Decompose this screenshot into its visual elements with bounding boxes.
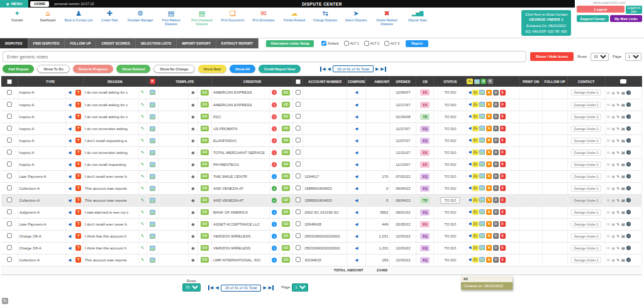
image-icon[interactable] bbox=[479, 90, 485, 95]
toolbar-item[interactable]: ▤Print Displayed Disputes bbox=[187, 9, 216, 26]
two-plus-badge[interactable]: 2+ bbox=[472, 102, 479, 107]
compare-arrow-icon[interactable]: ◀ bbox=[68, 174, 71, 179]
n-badge[interactable]: N bbox=[486, 185, 492, 191]
edit-icon[interactable]: ✎ bbox=[616, 174, 619, 178]
gear-badge[interactable]: ⚙ bbox=[493, 209, 499, 215]
compare-arrow-icon[interactable]: ◀ bbox=[355, 258, 358, 263]
envelope-icon[interactable]: ✉ bbox=[607, 102, 610, 107]
print-icon[interactable]: ▤ bbox=[621, 222, 625, 226]
status-text[interactable]: TO DO bbox=[444, 258, 456, 262]
edit-reason-icon[interactable]: ✎ bbox=[141, 90, 145, 95]
compare-arrow-icon[interactable]: ◀ bbox=[355, 234, 358, 239]
delete-badge[interactable]: X bbox=[500, 138, 506, 143]
edit-icon[interactable]: ✎ bbox=[616, 102, 619, 107]
compare-arrow-icon[interactable]: ◀ bbox=[355, 90, 358, 95]
status-text[interactable]: TO DO bbox=[444, 210, 456, 214]
compare-arrow-icon[interactable]: ◀ bbox=[68, 126, 71, 131]
print-icon[interactable]: ▤ bbox=[621, 162, 625, 167]
image-icon[interactable] bbox=[479, 233, 485, 238]
t-badge[interactable]: T bbox=[75, 209, 81, 215]
go-button[interactable]: GO bbox=[282, 90, 291, 96]
gear-badge[interactable]: ⚙ bbox=[493, 150, 499, 155]
go-button[interactable]: GO bbox=[201, 245, 209, 251]
account-checkbox[interactable] bbox=[296, 102, 301, 107]
status-compare-arrow-icon[interactable]: ◀ bbox=[468, 245, 471, 250]
show-deleted-button[interactable]: Show Deleted bbox=[116, 65, 150, 73]
gear-badge[interactable]: ⚙ bbox=[493, 245, 499, 251]
eye-icon[interactable]: ◉ bbox=[191, 150, 195, 155]
edit-reason-icon[interactable]: ✎ bbox=[141, 246, 145, 251]
letter-option-alt-3[interactable]: ALT 3 bbox=[384, 41, 399, 46]
status-text[interactable]: TO DO bbox=[444, 234, 456, 238]
two-plus-badge[interactable]: 2+ bbox=[472, 90, 479, 96]
creditor-status-icon[interactable]: ! bbox=[272, 126, 277, 131]
status-compare-arrow-icon[interactable]: ◀ bbox=[468, 150, 471, 155]
image-icon[interactable] bbox=[150, 246, 155, 251]
row-checkbox[interactable] bbox=[7, 161, 12, 167]
image-icon[interactable] bbox=[150, 126, 155, 131]
n-badge[interactable]: N bbox=[486, 245, 492, 251]
toolbar-item[interactable]: ♟Back to Contact List bbox=[64, 9, 93, 26]
toolbar-item[interactable]: ✉Print Envelopes bbox=[249, 9, 278, 26]
image-icon[interactable] bbox=[479, 173, 485, 178]
n-badge[interactable]: N bbox=[480, 79, 486, 84]
status-text[interactable]: TO DO bbox=[444, 246, 456, 250]
print-icon[interactable]: ▤ bbox=[621, 150, 625, 155]
show-to-do-button[interactable]: Show To Do bbox=[37, 65, 69, 73]
n-badge[interactable]: N bbox=[486, 102, 492, 107]
delete-badge[interactable]: X bbox=[500, 185, 506, 191]
print-icon[interactable]: ▤ bbox=[621, 210, 625, 214]
compare-arrow-icon[interactable]: ◀ bbox=[355, 102, 358, 107]
go-button[interactable]: GO bbox=[282, 209, 291, 215]
info-icon[interactable]: i bbox=[626, 222, 631, 226]
go-button[interactable]: GO bbox=[201, 102, 209, 107]
delete-badge[interactable]: X bbox=[500, 209, 506, 215]
delete-badge[interactable]: X bbox=[500, 161, 506, 167]
edit-icon[interactable]: ✎ bbox=[616, 258, 619, 262]
go-button[interactable]: GO bbox=[282, 173, 291, 179]
gear-badge[interactable]: ⚙ bbox=[493, 138, 499, 143]
go-button[interactable]: GO bbox=[282, 114, 291, 119]
edit-reason-icon[interactable]: ✎ bbox=[141, 162, 145, 167]
edit-reason-icon[interactable]: ✎ bbox=[141, 222, 145, 227]
creditor-status-icon[interactable]: ! bbox=[272, 138, 277, 143]
compare-arrow-icon[interactable]: ◀ bbox=[68, 114, 71, 119]
row-checkbox[interactable] bbox=[7, 126, 12, 131]
print-icon[interactable]: ▤ bbox=[621, 186, 625, 190]
page-select[interactable]: 1 bbox=[625, 53, 641, 61]
t-badge[interactable]: T bbox=[75, 233, 81, 239]
envelope-icon[interactable]: ✉ bbox=[607, 210, 610, 214]
row-checkbox[interactable] bbox=[7, 138, 12, 143]
image-icon[interactable] bbox=[150, 210, 155, 215]
image-icon[interactable] bbox=[479, 150, 485, 155]
edit-reason-icon[interactable]: ✎ bbox=[141, 186, 145, 191]
edit-icon[interactable]: ✎ bbox=[616, 114, 619, 119]
status-compare-arrow-icon[interactable]: ◀ bbox=[468, 197, 471, 202]
compare-arrow-icon[interactable]: ◀ bbox=[355, 114, 358, 119]
contact-box[interactable]: Click Here to Show Contact GEORGE UNDER … bbox=[521, 10, 571, 36]
status-text[interactable]: TO DO bbox=[444, 139, 456, 143]
delete-badge[interactable]: X bbox=[500, 90, 506, 96]
image-icon[interactable] bbox=[479, 161, 485, 167]
edit-reason-icon[interactable]: ✎ bbox=[141, 174, 145, 179]
edit-reason-icon[interactable]: ✎ bbox=[141, 138, 145, 143]
info-icon[interactable]: i bbox=[626, 162, 631, 167]
compare-arrow-icon[interactable]: ◀ bbox=[355, 246, 358, 251]
image-icon[interactable] bbox=[150, 150, 155, 155]
status-compare-arrow-icon[interactable]: ◀ bbox=[468, 114, 471, 119]
two-plus-badge[interactable]: 2+ bbox=[472, 161, 479, 167]
image-icon[interactable] bbox=[150, 222, 155, 227]
image-icon[interactable] bbox=[150, 138, 155, 143]
creditor-status-icon[interactable]: i bbox=[272, 174, 277, 179]
report-button[interactable]: Report bbox=[406, 40, 428, 47]
edit-icon[interactable]: ✎ bbox=[616, 246, 619, 250]
account-checkbox[interactable] bbox=[296, 161, 301, 167]
last-page-icon[interactable]: ▶ bbox=[380, 67, 386, 72]
tab-follow-up[interactable]: FOLLOW UP bbox=[65, 38, 96, 48]
gear-badge[interactable]: ⚙ bbox=[493, 114, 499, 119]
print-icon[interactable]: ▤ bbox=[621, 198, 625, 202]
eye-icon[interactable]: ◉ bbox=[191, 186, 195, 191]
show-all-button[interactable]: Show All bbox=[230, 65, 255, 73]
toolbar-item[interactable]: ➤Select Disputes bbox=[341, 9, 370, 26]
compare-arrow-icon[interactable]: ◀ bbox=[68, 102, 71, 107]
